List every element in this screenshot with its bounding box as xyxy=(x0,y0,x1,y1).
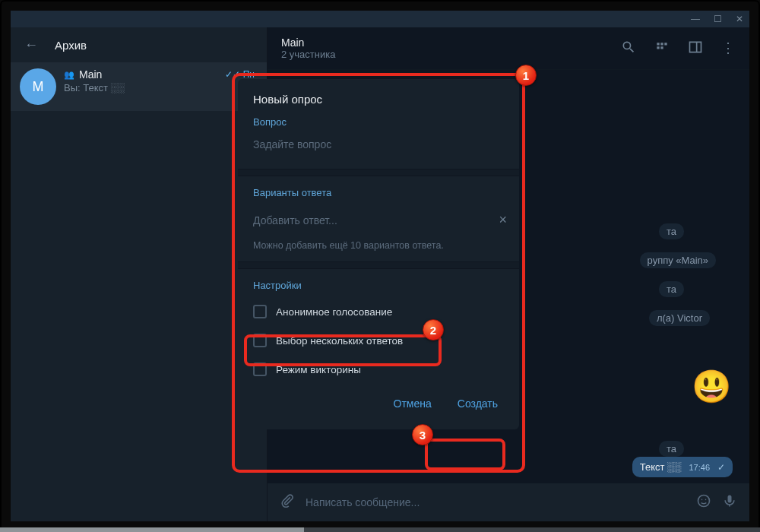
maximize-button[interactable]: ☐ xyxy=(714,14,722,24)
create-button[interactable]: Создать xyxy=(447,391,508,416)
divider xyxy=(238,169,519,176)
progress-fill xyxy=(0,527,304,532)
question-input[interactable]: Задайте вопрос xyxy=(238,134,519,164)
avatar: M xyxy=(20,68,56,105)
divider xyxy=(238,261,519,269)
message-input[interactable]: Написать сообщение... xyxy=(306,496,686,508)
svg-point-2 xyxy=(705,499,707,501)
group-icon: 👥 xyxy=(64,70,74,80)
more-menu-icon[interactable]: ⋮ xyxy=(721,40,736,58)
svg-point-1 xyxy=(701,499,703,501)
chat-title: Main xyxy=(79,68,102,81)
service-message: та xyxy=(659,441,684,457)
sidebar-header: ← Архив xyxy=(11,27,267,62)
checkbox-icon xyxy=(253,305,267,318)
checkbox-icon xyxy=(253,363,267,376)
read-check-icon: ✓ xyxy=(717,462,725,473)
sidebar: ← Архив M 👥 Main ✓✓ Пн Вы: Текст ░░ xyxy=(11,27,268,521)
mic-icon[interactable] xyxy=(722,493,737,511)
chat-preview: Вы: Текст ░░ xyxy=(64,82,258,93)
chat-header-title: Main xyxy=(281,36,335,49)
emoji-icon[interactable] xyxy=(696,493,711,511)
annotation-badge-3: 3 xyxy=(412,424,433,445)
close-window-button[interactable]: ✕ xyxy=(736,14,743,24)
call-icon[interactable] xyxy=(654,40,670,58)
attach-icon[interactable] xyxy=(280,493,295,511)
svg-rect-3 xyxy=(728,496,732,503)
chat-header: Main 2 участника ⋮ xyxy=(268,27,749,70)
dialog-title: Новый опрос xyxy=(238,79,519,116)
service-message: л(а) Victor xyxy=(649,310,710,326)
titlebar: ― ☐ ✕ xyxy=(11,11,749,27)
read-check-icon: ✓✓ Пн xyxy=(225,69,258,80)
service-message: та xyxy=(659,223,684,239)
chat-info: 👥 Main ✓✓ Пн Вы: Текст ░░ xyxy=(64,68,258,105)
minimize-button[interactable]: ― xyxy=(691,14,700,24)
clear-option-icon[interactable]: × xyxy=(499,212,507,228)
outgoing-message[interactable]: Текст ░░ 17:46 ✓ xyxy=(632,457,733,477)
anonymous-voting-checkbox[interactable]: Анонимное голосование xyxy=(238,297,519,326)
message-text: Текст ░░ xyxy=(640,461,682,473)
service-message: та xyxy=(659,281,684,297)
message-time: 17:46 xyxy=(689,463,710,472)
progress-bar xyxy=(0,527,760,532)
back-arrow-icon[interactable]: ← xyxy=(24,37,38,53)
sidebar-title: Архив xyxy=(55,39,87,52)
annotation-badge-2: 2 xyxy=(423,319,444,340)
composer: Написать сообщение... xyxy=(268,483,749,521)
chat-header-subtitle: 2 участника xyxy=(281,49,335,60)
options-hint: Можно добавить ещё 10 вариантов ответа. xyxy=(238,236,519,261)
search-icon[interactable] xyxy=(621,40,636,58)
options-section-label: Варианты ответа xyxy=(238,187,519,204)
svg-point-0 xyxy=(698,496,710,507)
chat-list-item[interactable]: M 👥 Main ✓✓ Пн Вы: Текст ░░ xyxy=(11,62,267,111)
emoji-message: 😃 xyxy=(692,368,731,405)
quiz-mode-checkbox[interactable]: Режим викторины xyxy=(238,355,519,384)
cancel-button[interactable]: Отмена xyxy=(383,391,442,416)
annotation-badge-1: 1 xyxy=(515,65,537,86)
settings-section-label: Настройки xyxy=(238,280,519,297)
add-option-input[interactable]: Добавить ответ... × xyxy=(238,204,519,236)
question-section-label: Вопрос xyxy=(238,116,519,134)
new-poll-dialog: Новый опрос Вопрос Задайте вопрос Вариан… xyxy=(238,79,519,429)
service-message: руппу «Main» xyxy=(640,252,716,268)
checkbox-icon xyxy=(253,334,267,347)
side-panel-icon[interactable] xyxy=(688,40,703,58)
multiple-answers-checkbox[interactable]: Выбор нескольких ответов xyxy=(238,326,519,355)
